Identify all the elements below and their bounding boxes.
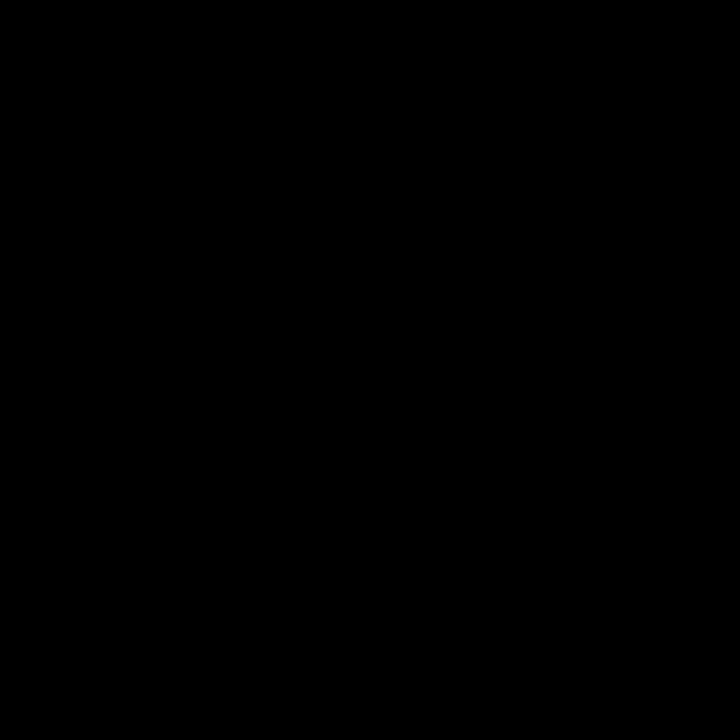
heatmap-plot bbox=[27, 27, 701, 714]
crosshair-marker bbox=[23, 710, 32, 719]
chart-container bbox=[0, 0, 728, 728]
heatmap-canvas bbox=[27, 27, 701, 714]
crosshair-horizontal bbox=[27, 714, 701, 715]
crosshair-vertical bbox=[27, 27, 28, 714]
